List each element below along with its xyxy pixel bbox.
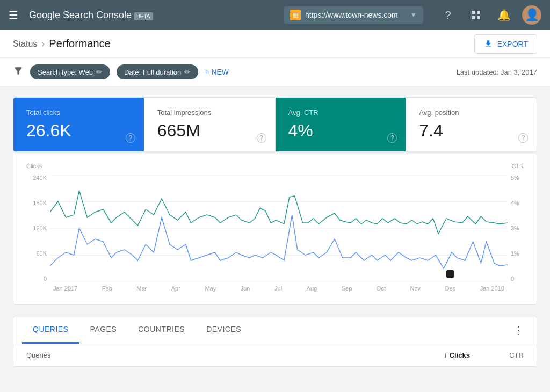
metric-impressions-value: 665M bbox=[157, 121, 262, 141]
y-left-60k: 60K bbox=[36, 250, 47, 257]
user-avatar[interactable] bbox=[522, 5, 541, 25]
x-label-dec: Dec bbox=[445, 285, 456, 292]
add-filter-button[interactable]: + NEW bbox=[205, 68, 229, 76]
metric-position-value: 7.4 bbox=[419, 121, 524, 141]
y-right-3pct: 3% bbox=[511, 225, 519, 231]
breadcrumb-bar: Status › Performance EXPORT bbox=[0, 30, 550, 58]
svg-rect-2 bbox=[472, 16, 475, 19]
y-right-0: 0 bbox=[511, 275, 514, 282]
site-favicon bbox=[290, 10, 301, 20]
x-label-may: May bbox=[205, 285, 216, 292]
chart-left-axis-label: Clicks bbox=[26, 163, 42, 169]
y-right-4pct: 4% bbox=[511, 200, 519, 206]
top-nav: ☰ Google Search Console BETA https://www… bbox=[0, 0, 550, 30]
date-edit-icon: ✏ bbox=[184, 68, 191, 76]
filter-icon[interactable] bbox=[13, 66, 24, 79]
metric-avg-ctr[interactable]: Avg. CTR 4% ? bbox=[276, 98, 407, 151]
metrics-row: Total clicks 26.6K ? Total impressions 6… bbox=[13, 97, 537, 152]
metric-total-impressions[interactable]: Total impressions 665M ? bbox=[144, 98, 276, 151]
x-label-jan2018: Jan 2018 bbox=[480, 285, 504, 292]
date-label: Date: Full duration bbox=[124, 68, 181, 76]
nav-action-icons: ? 🔔 bbox=[438, 5, 541, 25]
menu-icon[interactable]: ☰ bbox=[9, 9, 18, 21]
svg-rect-1 bbox=[477, 11, 480, 14]
metric-avg-position[interactable]: Avg. position 7.4 ? bbox=[406, 98, 537, 151]
metric-ctr-help[interactable]: ? bbox=[387, 133, 397, 143]
search-type-filter[interactable]: Search type: Web ✏ bbox=[30, 64, 110, 79]
chart-x-labels: Jan 2017 Feb Mar Apr May Jun Jul Aug Sep… bbox=[26, 285, 524, 292]
search-type-edit-icon: ✏ bbox=[96, 68, 103, 76]
table-header: Queries ↓ Clicks CTR bbox=[13, 344, 537, 366]
x-label-aug: Aug bbox=[307, 285, 317, 292]
add-filter-label: + NEW bbox=[205, 68, 229, 76]
chart-y-axis-left: 240K 180K 120K 60K 0 bbox=[26, 175, 50, 282]
url-text: https://www.town-news.com bbox=[305, 11, 406, 19]
metric-clicks-help[interactable]: ? bbox=[126, 133, 135, 143]
filter-left: Search type: Web ✏ Date: Full duration ✏… bbox=[13, 64, 229, 79]
chart-area bbox=[50, 175, 508, 282]
chart-right-axis-label: CTR bbox=[511, 163, 524, 169]
tab-queries[interactable]: QUERIES bbox=[22, 316, 79, 344]
search-type-label: Search type: Web bbox=[38, 68, 93, 76]
breadcrumb: Status › Performance bbox=[13, 38, 111, 50]
col-ctr-header: CTR bbox=[491, 351, 524, 359]
metric-clicks-label: Total clicks bbox=[26, 108, 131, 117]
svg-rect-3 bbox=[477, 16, 480, 19]
chart-y-axis-right: 5% 4% 3% 1% 0 bbox=[508, 175, 524, 282]
date-filter[interactable]: Date: Full duration ✏ bbox=[117, 64, 198, 79]
app-logo: Google Search Console BETA bbox=[29, 10, 153, 21]
chart-with-axes: 240K 180K 120K 60K 0 bbox=[26, 175, 524, 282]
chart-svg bbox=[50, 175, 508, 282]
col-clicks-header: ↓ Clicks bbox=[444, 351, 470, 359]
export-button[interactable]: EXPORT bbox=[474, 34, 537, 54]
y-left-180k: 180K bbox=[33, 200, 47, 206]
y-left-0: 0 bbox=[44, 275, 47, 282]
chart-container: Clicks CTR 240K 180K 120K 60K 0 bbox=[13, 154, 537, 305]
x-label-sep: Sep bbox=[342, 285, 352, 292]
metric-impressions-help[interactable]: ? bbox=[257, 133, 266, 143]
y-left-120k: 120K bbox=[33, 225, 47, 231]
x-label-oct: Oct bbox=[377, 285, 386, 292]
tab-countries[interactable]: COUNTRIES bbox=[127, 316, 196, 344]
metric-ctr-value: 4% bbox=[288, 121, 393, 141]
metric-impressions-label: Total impressions bbox=[157, 108, 262, 117]
x-label-jun: Jun bbox=[241, 285, 250, 292]
help-icon[interactable]: ? bbox=[438, 5, 458, 25]
tab-pages[interactable]: PAGES bbox=[79, 316, 128, 344]
filter-bar: Search type: Web ✏ Date: Full duration ✏… bbox=[0, 58, 550, 86]
tabs-container: QUERIES PAGES COUNTRIES DEVICES ⋮ Querie… bbox=[13, 316, 537, 367]
export-label: EXPORT bbox=[497, 40, 528, 48]
apps-icon[interactable] bbox=[466, 5, 486, 25]
tabs-list: QUERIES PAGES COUNTRIES DEVICES bbox=[22, 316, 252, 344]
last-updated-text: Last updated: Jan 3, 2017 bbox=[457, 68, 537, 76]
metric-total-clicks[interactable]: Total clicks 26.6K ? bbox=[13, 98, 144, 151]
breadcrumb-status[interactable]: Status bbox=[13, 39, 37, 49]
x-label-jul: Jul bbox=[274, 285, 282, 292]
tabs-more-icon[interactable]: ⋮ bbox=[509, 320, 528, 341]
tabs-bar: QUERIES PAGES COUNTRIES DEVICES ⋮ bbox=[13, 316, 537, 344]
y-left-240k: 240K bbox=[33, 175, 47, 181]
metric-position-label: Avg. position bbox=[419, 108, 524, 117]
main-content: Total clicks 26.6K ? Total impressions 6… bbox=[0, 86, 550, 378]
url-dropdown-icon: ▼ bbox=[410, 11, 417, 19]
url-bar[interactable]: https://www.town-news.com ▼ bbox=[284, 6, 423, 24]
col-query-header: Queries bbox=[26, 351, 444, 359]
app-title: Google Search Console bbox=[29, 10, 132, 21]
notifications-icon[interactable]: 🔔 bbox=[494, 5, 513, 25]
x-label-feb: Feb bbox=[102, 285, 112, 292]
metric-ctr-label: Avg. CTR bbox=[288, 108, 393, 117]
beta-badge: BETA bbox=[134, 12, 153, 20]
svg-rect-0 bbox=[472, 11, 475, 14]
metric-position-help[interactable]: ? bbox=[518, 133, 528, 143]
chart-tooltip-marker bbox=[446, 270, 454, 278]
y-right-1pct: 1% bbox=[511, 250, 519, 257]
col-clicks-label: Clicks bbox=[450, 351, 470, 359]
sort-down-icon: ↓ bbox=[444, 351, 447, 359]
y-right-5pct: 5% bbox=[511, 175, 519, 181]
x-label-nov: Nov bbox=[410, 285, 421, 292]
x-label-apr: Apr bbox=[171, 285, 180, 292]
tab-devices[interactable]: DEVICES bbox=[196, 316, 252, 344]
breadcrumb-separator: › bbox=[41, 38, 45, 49]
x-label-jan2017: Jan 2017 bbox=[53, 285, 77, 292]
metric-clicks-value: 26.6K bbox=[26, 121, 131, 141]
